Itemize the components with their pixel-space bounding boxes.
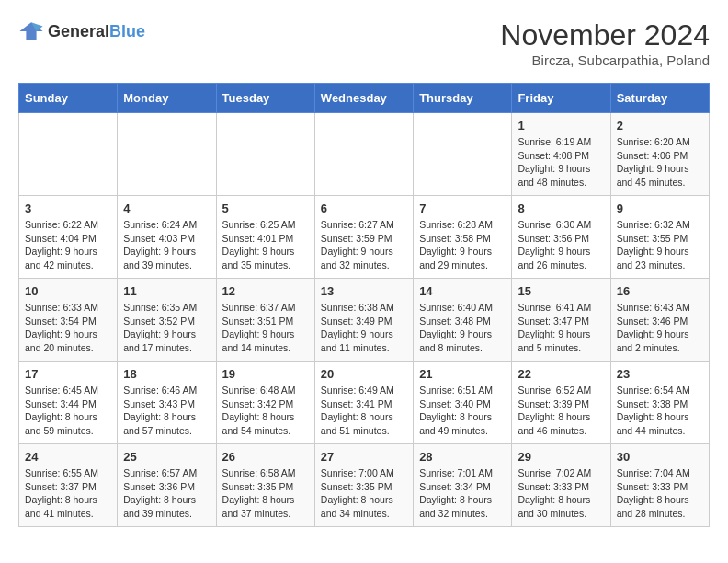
day-info-text: Sunrise: 7:01 AMSunset: 3:34 PMDaylight:… bbox=[419, 466, 506, 521]
day-info-text: Sunrise: 6:57 AMSunset: 3:36 PMDaylight:… bbox=[123, 466, 210, 521]
day-number: 8 bbox=[518, 201, 604, 215]
day-info-text: Sunrise: 6:46 AMSunset: 3:43 PMDaylight:… bbox=[123, 384, 210, 438]
calendar-cell: 1Sunrise: 6:19 AMSunset: 4:08 PMDaylight… bbox=[512, 113, 610, 196]
calendar-cell: 4Sunrise: 6:24 AMSunset: 4:03 PMDaylight… bbox=[118, 196, 216, 279]
day-info-text: Sunrise: 6:38 AMSunset: 3:49 PMDaylight:… bbox=[321, 301, 407, 355]
calendar-cell: 18Sunrise: 6:46 AMSunset: 3:43 PMDayligh… bbox=[118, 362, 216, 444]
day-info-text: Sunrise: 6:27 AMSunset: 3:59 PMDaylight:… bbox=[321, 218, 407, 272]
day-info-text: Sunrise: 6:43 AMSunset: 3:46 PMDaylight:… bbox=[617, 301, 703, 355]
day-number: 25 bbox=[123, 450, 210, 464]
day-number: 26 bbox=[222, 450, 309, 464]
day-number: 22 bbox=[518, 367, 604, 381]
day-info-text: Sunrise: 6:58 AMSunset: 3:35 PMDaylight:… bbox=[222, 466, 309, 521]
calendar-header-row: SundayMondayTuesdayWednesdayThursdayFrid… bbox=[19, 84, 710, 113]
calendar-cell: 20Sunrise: 6:49 AMSunset: 3:41 PMDayligh… bbox=[314, 362, 413, 444]
month-year-title: November 2024 bbox=[500, 18, 710, 52]
calendar-week-2: 3Sunrise: 6:22 AMSunset: 4:04 PMDaylight… bbox=[19, 196, 710, 279]
day-info-text: Sunrise: 6:20 AMSunset: 4:06 PMDaylight:… bbox=[617, 135, 703, 190]
calendar-week-3: 10Sunrise: 6:33 AMSunset: 3:54 PMDayligh… bbox=[19, 279, 710, 362]
calendar-cell: 21Sunrise: 6:51 AMSunset: 3:40 PMDayligh… bbox=[414, 362, 512, 444]
day-number: 3 bbox=[25, 201, 111, 215]
day-number: 11 bbox=[123, 284, 210, 298]
day-header-saturday: Saturday bbox=[610, 84, 709, 113]
calendar-cell: 5Sunrise: 6:25 AMSunset: 4:01 PMDaylight… bbox=[216, 196, 314, 279]
calendar-cell: 2Sunrise: 6:20 AMSunset: 4:06 PMDaylight… bbox=[610, 113, 709, 196]
day-info-text: Sunrise: 7:00 AMSunset: 3:35 PMDaylight:… bbox=[321, 466, 407, 521]
day-info-text: Sunrise: 6:48 AMSunset: 3:42 PMDaylight:… bbox=[222, 384, 309, 438]
day-info-text: Sunrise: 6:35 AMSunset: 3:52 PMDaylight:… bbox=[123, 301, 210, 355]
calendar-cell bbox=[314, 113, 413, 196]
day-number: 9 bbox=[617, 201, 703, 215]
day-info-text: Sunrise: 6:32 AMSunset: 3:55 PMDaylight:… bbox=[617, 218, 703, 272]
location-subtitle: Bircza, Subcarpathia, Poland bbox=[500, 52, 710, 68]
day-header-thursday: Thursday bbox=[414, 84, 512, 113]
calendar-cell: 10Sunrise: 6:33 AMSunset: 3:54 PMDayligh… bbox=[19, 279, 118, 362]
day-number: 20 bbox=[321, 367, 407, 381]
day-number: 23 bbox=[617, 367, 703, 381]
calendar-cell: 23Sunrise: 6:54 AMSunset: 3:38 PMDayligh… bbox=[610, 362, 709, 444]
calendar-table: SundayMondayTuesdayWednesdayThursdayFrid… bbox=[18, 83, 710, 527]
day-info-text: Sunrise: 7:02 AMSunset: 3:33 PMDaylight:… bbox=[518, 466, 604, 521]
day-header-wednesday: Wednesday bbox=[314, 84, 413, 113]
day-number: 29 bbox=[518, 450, 604, 464]
logo: GeneralBlue bbox=[18, 18, 145, 44]
day-number: 16 bbox=[617, 284, 703, 298]
day-number: 30 bbox=[617, 450, 703, 464]
day-number: 1 bbox=[518, 119, 604, 132]
day-info-text: Sunrise: 6:49 AMSunset: 3:41 PMDaylight:… bbox=[321, 384, 407, 438]
day-number: 7 bbox=[419, 201, 506, 215]
day-number: 2 bbox=[617, 119, 703, 132]
calendar-cell: 17Sunrise: 6:45 AMSunset: 3:44 PMDayligh… bbox=[19, 362, 118, 444]
day-number: 13 bbox=[321, 284, 407, 298]
logo-blue-text: Blue bbox=[109, 22, 145, 40]
calendar-cell: 8Sunrise: 6:30 AMSunset: 3:56 PMDaylight… bbox=[512, 196, 610, 279]
day-number: 17 bbox=[25, 367, 111, 381]
day-number: 10 bbox=[25, 284, 111, 298]
day-header-monday: Monday bbox=[118, 84, 216, 113]
calendar-week-5: 24Sunrise: 6:55 AMSunset: 3:37 PMDayligh… bbox=[19, 444, 710, 527]
calendar-cell: 15Sunrise: 6:41 AMSunset: 3:47 PMDayligh… bbox=[512, 279, 610, 362]
calendar-cell bbox=[216, 113, 314, 196]
day-info-text: Sunrise: 6:22 AMSunset: 4:04 PMDaylight:… bbox=[25, 218, 111, 272]
calendar-cell: 3Sunrise: 6:22 AMSunset: 4:04 PMDaylight… bbox=[19, 196, 118, 279]
day-info-text: Sunrise: 7:04 AMSunset: 3:33 PMDaylight:… bbox=[617, 466, 703, 521]
day-info-text: Sunrise: 6:52 AMSunset: 3:39 PMDaylight:… bbox=[518, 384, 604, 438]
calendar-cell: 26Sunrise: 6:58 AMSunset: 3:35 PMDayligh… bbox=[216, 444, 314, 527]
day-header-tuesday: Tuesday bbox=[216, 84, 314, 113]
calendar-cell: 29Sunrise: 7:02 AMSunset: 3:33 PMDayligh… bbox=[512, 444, 610, 527]
day-info-text: Sunrise: 6:41 AMSunset: 3:47 PMDaylight:… bbox=[518, 301, 604, 355]
calendar-cell: 12Sunrise: 6:37 AMSunset: 3:51 PMDayligh… bbox=[216, 279, 314, 362]
day-header-sunday: Sunday bbox=[19, 84, 118, 113]
day-info-text: Sunrise: 6:54 AMSunset: 3:38 PMDaylight:… bbox=[617, 384, 703, 438]
calendar-body: 1Sunrise: 6:19 AMSunset: 4:08 PMDaylight… bbox=[19, 113, 710, 527]
day-number: 28 bbox=[419, 450, 506, 464]
logo-general-text: General bbox=[48, 22, 109, 40]
calendar-week-4: 17Sunrise: 6:45 AMSunset: 3:44 PMDayligh… bbox=[19, 362, 710, 444]
day-number: 24 bbox=[25, 450, 111, 464]
day-number: 21 bbox=[419, 367, 506, 381]
calendar-cell: 30Sunrise: 7:04 AMSunset: 3:33 PMDayligh… bbox=[610, 444, 709, 527]
day-number: 19 bbox=[222, 367, 309, 381]
day-info-text: Sunrise: 6:40 AMSunset: 3:48 PMDaylight:… bbox=[419, 301, 506, 355]
day-info-text: Sunrise: 6:28 AMSunset: 3:58 PMDaylight:… bbox=[419, 218, 506, 272]
day-info-text: Sunrise: 6:30 AMSunset: 3:56 PMDaylight:… bbox=[518, 218, 604, 272]
calendar-cell: 6Sunrise: 6:27 AMSunset: 3:59 PMDaylight… bbox=[314, 196, 413, 279]
day-number: 4 bbox=[123, 201, 210, 215]
calendar-cell: 25Sunrise: 6:57 AMSunset: 3:36 PMDayligh… bbox=[118, 444, 216, 527]
calendar-cell: 14Sunrise: 6:40 AMSunset: 3:48 PMDayligh… bbox=[414, 279, 512, 362]
day-info-text: Sunrise: 6:51 AMSunset: 3:40 PMDaylight:… bbox=[419, 384, 506, 438]
day-number: 12 bbox=[222, 284, 309, 298]
day-number: 27 bbox=[321, 450, 407, 464]
day-info-text: Sunrise: 6:33 AMSunset: 3:54 PMDaylight:… bbox=[25, 301, 111, 355]
header: GeneralBlue November 2024 Bircza, Subcar… bbox=[18, 18, 710, 68]
day-info-text: Sunrise: 6:37 AMSunset: 3:51 PMDaylight:… bbox=[222, 301, 309, 355]
calendar-cell bbox=[19, 113, 118, 196]
calendar-cell: 11Sunrise: 6:35 AMSunset: 3:52 PMDayligh… bbox=[118, 279, 216, 362]
day-number: 14 bbox=[419, 284, 506, 298]
calendar-cell: 19Sunrise: 6:48 AMSunset: 3:42 PMDayligh… bbox=[216, 362, 314, 444]
logo-bird-icon bbox=[18, 18, 44, 44]
day-number: 18 bbox=[123, 367, 210, 381]
calendar-cell: 27Sunrise: 7:00 AMSunset: 3:35 PMDayligh… bbox=[314, 444, 413, 527]
day-number: 5 bbox=[222, 201, 309, 215]
calendar-cell bbox=[414, 113, 512, 196]
